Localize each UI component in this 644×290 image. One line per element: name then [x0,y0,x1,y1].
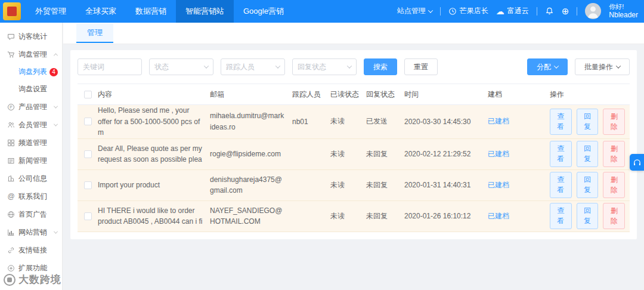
cell-content: Import your product [98,180,210,191]
table-row: Hello, Please send me , your offer for a… [78,105,630,139]
archive-link[interactable]: 已建档 [488,150,509,158]
sidebar-item-label: 询盘列表 [18,67,47,77]
view-button[interactable]: 查看 [550,141,572,167]
sidebar-item-visitor-stats[interactable]: 访客统计 [0,27,62,45]
row-checkbox[interactable] [84,181,92,189]
filter-bar: 状态 跟踪人员 回复状态 搜索 重置 分配 批量操作 [78,58,630,75]
mango-store-label: 芒果店长 [460,6,488,16]
batch-operations-button[interactable]: 批量操作 [575,58,630,75]
cell-content: Hello, Please send me , your offer for a… [98,105,210,138]
reply-button[interactable]: 回复 [577,141,599,167]
site-manage-dropdown[interactable]: 站点管理 [397,6,432,16]
view-button[interactable]: 查看 [550,109,572,135]
nav-item-smart-marketing-site[interactable]: 智能营销站 [176,0,234,23]
sidebar: 访客统计 询盘管理 询盘列表 4 询盘设置 P 产品管理 会员管理 频道管理 新… [0,23,63,290]
svg-text:P: P [10,104,12,109]
table-row: Dear All, Please quote as per my request… [78,139,630,170]
sidebar-item-label: 网站营销 [18,227,47,237]
view-button[interactable]: 查看 [550,172,572,198]
sidebar-item-inquiry-list[interactable]: 询盘列表 4 [0,63,62,81]
delete-button[interactable]: 删除 [603,141,625,167]
header-reply-status: 回复状态 [366,90,404,100]
globe-icon [7,211,15,218]
archive-link[interactable]: 已建档 [488,117,509,125]
sidebar-item-label: 询盘管理 [18,50,47,60]
reset-button[interactable]: 重置 [404,58,438,75]
sidebar-item-channel-management[interactable]: 频道管理 [0,134,62,152]
keyword-input[interactable] [78,58,142,75]
nav-item-google-marketing[interactable]: Google营销 [234,0,293,23]
status-select[interactable]: 状态 [149,58,213,75]
delete-button[interactable]: 删除 [603,109,625,135]
cell-read-status: 未读 [330,149,366,159]
select-all-checkbox[interactable] [84,91,92,98]
nav-item-global-buyers[interactable]: 全球买家 [76,0,126,23]
sidebar-item-inquiry-management[interactable]: 询盘管理 [0,45,62,63]
row-checkbox[interactable] [84,212,92,220]
tab-strip: 管理 [63,23,644,44]
grid-icon [7,139,15,147]
row-checkbox[interactable] [84,118,92,125]
header-read-status: 已读状态 [330,90,366,100]
sidebar-item-inquiry-settings[interactable]: 询盘设置 [0,81,62,98]
sidebar-item-contact-us[interactable]: @ 联系我们 [0,187,62,205]
customer-service-widget[interactable] [630,154,644,171]
cell-read-status: 未读 [330,211,366,221]
reply-status-select[interactable]: 回复状态 [292,58,357,75]
globe-plus-icon[interactable]: ⊕ [562,7,569,16]
reply-status-placeholder: 回复状态 [298,62,326,72]
building-icon [7,175,15,183]
reply-button[interactable]: 回复 [577,203,599,229]
cell-reply-status: 未回复 [366,211,404,221]
cell-content: HI THERE i would like to order product A… [98,205,210,227]
mango-store-link[interactable]: 芒果店长 [448,6,488,16]
archive-link[interactable]: 已建档 [488,212,509,220]
sidebar-item-company-info[interactable]: 公司信息 [0,169,62,187]
inquiry-table: 内容 邮箱 跟踪人员 已读状态 回复状态 时间 建档 操作 Hello, Ple… [78,84,630,232]
bell-icon[interactable] [545,7,554,16]
link-icon [7,246,15,254]
sidebar-item-website-marketing[interactable]: 网站营销 [0,223,62,241]
reply-button[interactable]: 回复 [577,172,599,198]
sidebar-item-news-management[interactable]: 新闻管理 [0,152,62,169]
sidebar-item-label: 公司信息 [18,174,47,184]
assign-button[interactable]: 分配 [527,58,568,75]
sidebar-item-member-management[interactable]: 会员管理 [0,116,62,134]
headset-icon [633,158,642,167]
table-row: HI THERE i would like to order product A… [78,201,630,232]
nav-item-data-marketing[interactable]: 数据营销 [126,0,176,23]
sidebar-item-extended-features[interactable]: 扩展功能 [0,259,62,277]
separator [440,7,441,16]
chevron-down-icon [54,229,58,233]
reply-button[interactable]: 回复 [577,109,599,135]
chevron-down-icon [554,63,559,68]
cell-read-status: 未读 [330,116,366,127]
brand-logo [3,2,21,20]
cell-time: 2020-01-31 14:40:31 [404,181,488,189]
view-button[interactable]: 查看 [550,203,572,229]
sidebar-item-homepage-ads[interactable]: 首页广告 [0,205,62,223]
chevron-down-icon [428,8,432,13]
futong-cloud-link[interactable]: ☁ 富通云 [496,6,529,16]
nav-item-foreign-trade[interactable]: 外贸管理 [26,0,76,23]
sidebar-item-label: 询盘设置 [18,84,47,94]
cell-reply-status: 未回复 [366,149,404,159]
chevron-down-icon [54,122,58,126]
inquiry-list-panel: 状态 跟踪人员 回复状态 搜索 重置 分配 批量操作 [70,50,637,239]
tab-manage[interactable]: 管理 [76,23,113,43]
row-checkbox[interactable] [84,150,92,158]
tracker-select[interactable]: 跟踪人员 [221,58,285,75]
avatar[interactable] [585,3,601,19]
search-button[interactable]: 搜索 [364,58,397,75]
delete-button[interactable]: 删除 [603,172,625,198]
user-greeting: 你好! Nbleader [609,2,638,20]
delete-button[interactable]: 删除 [603,203,625,229]
sidebar-item-friendly-links[interactable]: 友情链接 [0,241,62,259]
product-icon: P [7,103,15,111]
topbar: 外贸管理 全球买家 数据营销 智能营销站 Google营销 站点管理 芒果店长 … [0,0,644,23]
chevron-down-icon [616,63,621,68]
archive-link[interactable]: 已建档 [488,181,509,189]
cell-email: denishughareja4375@gmail.com [210,174,292,196]
sidebar-item-label: 扩展功能 [18,263,47,273]
sidebar-item-product-management[interactable]: P 产品管理 [0,98,62,116]
